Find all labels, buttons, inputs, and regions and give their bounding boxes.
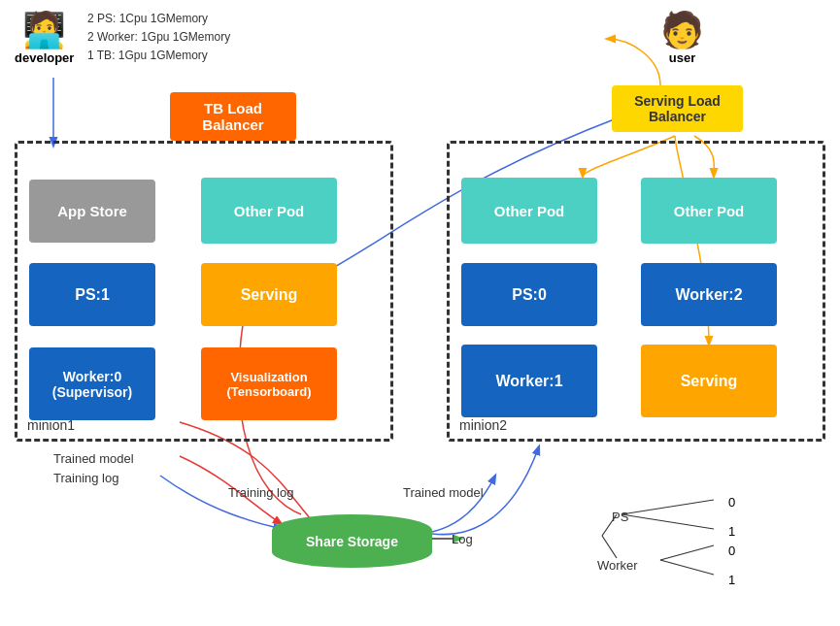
svg-line-5 bbox=[660, 560, 714, 575]
trained-model-label-1: Trained model bbox=[53, 451, 134, 466]
worker2-pod: Worker:2 bbox=[641, 263, 777, 326]
worker1-pod: Worker:1 bbox=[461, 345, 597, 417]
ps0-pod: PS:0 bbox=[461, 263, 597, 326]
developer-section: 🧑‍💻 developer bbox=[15, 10, 74, 65]
share-storage: Share Storage bbox=[272, 514, 432, 568]
worker-label: Worker bbox=[597, 558, 638, 573]
serving-m2-pod: Serving bbox=[641, 345, 777, 417]
minion2-label: minion2 bbox=[459, 417, 507, 433]
app-store-pod: App Store bbox=[29, 180, 155, 243]
log-label: Log bbox=[452, 532, 473, 546]
log-num-0-bot: 0 bbox=[728, 544, 735, 558]
svg-line-7 bbox=[602, 536, 617, 558]
other-pod-m1: Other Pod bbox=[201, 178, 337, 244]
svg-line-4 bbox=[660, 545, 714, 560]
log-num-1-mid: 1 bbox=[728, 524, 735, 539]
diagram: 🧑‍💻 developer 2 PS: 1Cpu 1GMemory 2 Work… bbox=[0, 0, 840, 626]
svg-line-3 bbox=[622, 514, 714, 529]
user-icon: 🧑 bbox=[660, 10, 704, 50]
serving-load-balancer: Serving Load Balancer bbox=[612, 85, 743, 132]
training-log-label-2: Training log bbox=[228, 485, 293, 500]
training-log-label-1: Training log bbox=[53, 471, 118, 485]
spec-1: 2 PS: 1Cpu 1GMemory bbox=[87, 10, 230, 28]
svg-line-2 bbox=[622, 500, 714, 514]
spec-2: 2 Worker: 1Gpu 1GMemory bbox=[87, 28, 230, 47]
spec-3: 1 TB: 1Gpu 1GMemory bbox=[87, 47, 230, 65]
ps1-pod: PS:1 bbox=[29, 263, 155, 326]
developer-specs: 2 PS: 1Cpu 1GMemory 2 Worker: 1Gpu 1GMem… bbox=[87, 10, 230, 66]
developer-label: developer bbox=[15, 50, 74, 65]
worker0-pod: Worker:0 (Supervisor) bbox=[29, 347, 155, 420]
log-num-1-bot: 1 bbox=[728, 573, 735, 587]
log-num-0-top: 0 bbox=[728, 495, 735, 510]
ps-label: PS bbox=[612, 510, 628, 524]
visualization-pod: Visualization (Tensorboard) bbox=[201, 347, 337, 420]
other-pod-m2-1: Other Pod bbox=[461, 178, 597, 244]
tb-load-balancer: TB Load Balancer bbox=[170, 92, 296, 141]
user-section: 🧑 user bbox=[660, 10, 704, 65]
share-storage-label: Share Storage bbox=[272, 514, 432, 568]
serving-m1-pod: Serving bbox=[201, 263, 337, 326]
trained-model-label-2: Trained model bbox=[403, 485, 484, 500]
user-label: user bbox=[669, 50, 695, 65]
developer-icon: 🧑‍💻 bbox=[22, 10, 66, 50]
other-pod-m2-2: Other Pod bbox=[641, 178, 777, 244]
